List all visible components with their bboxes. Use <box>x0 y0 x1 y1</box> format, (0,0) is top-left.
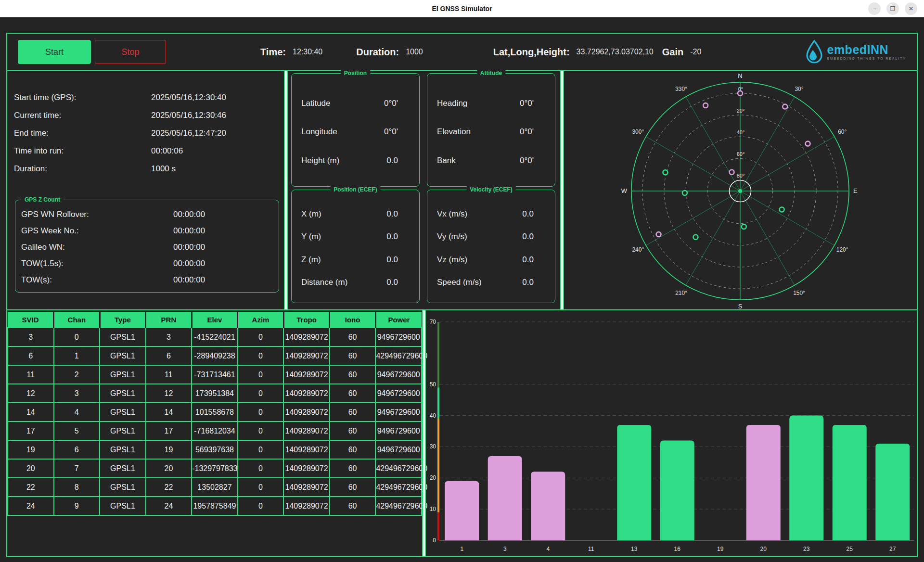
col-header-iono[interactable]: Iono <box>330 312 376 328</box>
table-row[interactable]: 228GPSL122135028270140928907260429496729… <box>8 478 422 497</box>
y-tick-label: 20 <box>430 474 436 481</box>
cell-power: 9496729600 <box>375 403 422 422</box>
group-position-value: 0°0' <box>384 127 419 137</box>
gps-z-count-value: 00:00:00 <box>173 226 205 235</box>
y-axis-spine-segment <box>437 387 439 419</box>
bar <box>617 425 651 540</box>
satellite-table: SVIDChanTypePRNElevAzimTropoIonoPower 30… <box>7 312 422 516</box>
cell-prn: 14 <box>146 403 192 422</box>
gps-z-count-row: Galileo WN:00:00:00 <box>21 239 276 255</box>
compass-east: E <box>853 187 858 194</box>
gps-z-count-row: TOW(s):00:00:00 <box>21 272 276 288</box>
minimize-button[interactable]: – <box>868 2 881 15</box>
cell-prn: 11 <box>146 365 192 384</box>
cell-iono: 60 <box>330 346 376 365</box>
group-attitude-row: Elevation0°0' <box>437 127 555 137</box>
azimuth-spoke <box>740 191 795 285</box>
table-row[interactable]: 249GPSL124195787584901409289072604294967… <box>8 497 422 515</box>
satellite-marker <box>682 191 687 195</box>
col-header-power[interactable]: Power <box>375 312 422 328</box>
cell-azim: 0 <box>238 346 284 365</box>
cell-power: 9496729600 <box>375 365 422 384</box>
state-groups-panel: PositionLatitude0°0'Longitude0°0'Height … <box>288 71 560 309</box>
gps-z-count-row: TOW(1.5s):00:00:00 <box>21 255 276 272</box>
table-row[interactable]: 207GPSL120-13297978330140928907260429496… <box>8 459 422 478</box>
table-row[interactable]: 144GPSL114101558678014092890726094967296… <box>8 403 422 422</box>
col-header-chan[interactable]: Chan <box>54 312 100 328</box>
gain-value: -20 <box>690 48 701 56</box>
satellite-marker <box>730 170 734 175</box>
cell-chan: 4 <box>54 403 100 422</box>
y-tick-label: 0 <box>433 537 436 544</box>
col-header-type[interactable]: Type <box>100 312 146 328</box>
group-velocity-ecef: Velocity (ECEF)Vx (m/s)0.0Vy (m/s)0.0Vz … <box>427 190 555 303</box>
cell-iono: 60 <box>330 478 376 497</box>
cell-azim: 0 <box>238 440 284 459</box>
sky-plot-panel: 0°20°40°60°80°30°60°120°150°210°240°300°… <box>564 71 917 309</box>
col-header-azim[interactable]: Azim <box>238 312 284 328</box>
run-info-value: 00:00:06 <box>151 146 183 155</box>
col-header-prn[interactable]: PRN <box>146 312 192 328</box>
gps-z-count-value: 00:00:00 <box>173 243 205 252</box>
run-info-row: Duration:1000 s <box>14 160 281 178</box>
cell-tropo: 1409289072 <box>283 346 330 365</box>
y-axis-spine-segment <box>437 419 439 512</box>
group-position: PositionLatitude0°0'Longitude0°0'Height … <box>291 73 420 187</box>
elevation-label: 60° <box>737 151 745 157</box>
llh-label: Lat,Long,Height: <box>493 47 570 58</box>
time-label: Time: <box>260 47 286 58</box>
cell-tropo: 1409289072 <box>283 497 330 515</box>
group-position-label: Longitude <box>301 127 337 137</box>
table-row[interactable]: 123GPSL112173951384014092890726094967296… <box>8 384 422 403</box>
x-tick-label: 3 <box>503 546 507 552</box>
run-info-value: 2025/05/16,12:47:20 <box>151 128 226 138</box>
droplet-icon <box>805 39 824 64</box>
table-row[interactable]: 112GPSL111-73171346101409289072609496729… <box>8 365 422 384</box>
logo-brand: embedINN <box>827 44 906 56</box>
splitter-bottom[interactable] <box>422 310 426 556</box>
start-button[interactable]: Start <box>18 40 91 64</box>
cell-azim: 0 <box>238 497 284 515</box>
cell-elev: 1957875849 <box>192 497 238 515</box>
stop-button[interactable]: Stop <box>95 40 166 64</box>
table-row[interactable]: 196GPSL119569397638014092890726094967296… <box>8 440 422 459</box>
group-position-ecef-value: 0.0 <box>386 278 419 287</box>
col-header-tropo[interactable]: Tropo <box>283 312 330 328</box>
x-tick-label: 13 <box>631 546 638 552</box>
group-position-ecef-title: Position (ECEF) <box>330 186 381 193</box>
maximize-button[interactable]: ❐ <box>886 2 899 15</box>
group-position-ecef-value: 0.0 <box>386 209 419 219</box>
x-tick-label: 1 <box>460 546 463 552</box>
splitter-mid[interactable] <box>560 71 564 309</box>
gps-z-count-group: GPS Z Count GPS WN Rollover:00:00:00GPS … <box>15 200 279 293</box>
close-button[interactable]: ✕ <box>905 2 917 15</box>
center-marker <box>738 189 742 193</box>
cell-iono: 60 <box>330 328 376 346</box>
col-header-svid[interactable]: SVID <box>8 312 54 328</box>
x-tick-label: 4 <box>546 546 550 552</box>
group-position-label: Latitude <box>301 99 331 108</box>
table-row[interactable]: 30GPSL13-4152240210140928907260949672960… <box>8 328 422 346</box>
col-header-elev[interactable]: Elev <box>192 312 238 328</box>
cell-type: GPSL1 <box>100 328 146 346</box>
run-info-row: End time:2025/05/16,12:47:20 <box>14 124 281 142</box>
embedinn-logo: embedINN EMBEDDING THINGS TO REALITY <box>805 39 906 64</box>
cell-azim: 0 <box>238 328 284 346</box>
run-info-value: 1000 s <box>151 164 176 173</box>
x-tick-label: 25 <box>847 546 853 552</box>
group-attitude-value: 0°0' <box>520 99 555 108</box>
gps-z-count-label: Galileo WN: <box>21 239 173 255</box>
group-velocity-ecef-label: Speed (m/s) <box>437 278 482 287</box>
group-attitude-title: Attitude <box>477 70 505 77</box>
table-row[interactable]: 175GPSL117-71681203401409289072609496729… <box>8 422 422 440</box>
group-velocity-ecef-label: Vy (m/s) <box>437 232 467 242</box>
cell-type: GPSL1 <box>100 422 146 440</box>
table-row[interactable]: 61GPSL16-2894092380140928907260429496729… <box>8 346 422 365</box>
cell-svid: 14 <box>8 403 54 422</box>
power-chart-panel: 01020304050701341113161920232527 <box>426 310 917 556</box>
cell-chan: 3 <box>54 384 100 403</box>
group-position-value: 0°0' <box>384 99 419 108</box>
group-position-ecef-label: Y (m) <box>301 232 321 242</box>
satellite-table-panel: SVIDChanTypePRNElevAzimTropoIonoPower 30… <box>7 310 422 556</box>
splitter-left[interactable] <box>284 71 288 309</box>
